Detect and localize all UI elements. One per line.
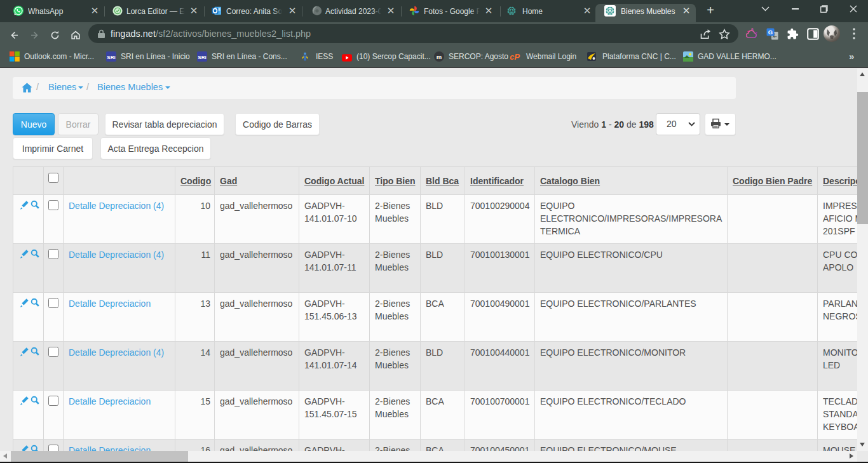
svg-text:cP: cP (510, 52, 520, 62)
svg-text:SRi: SRi (107, 55, 115, 60)
svg-text:G: G (768, 29, 773, 36)
svg-text:m: m (437, 53, 442, 60)
svg-text:SRi: SRi (198, 55, 206, 60)
